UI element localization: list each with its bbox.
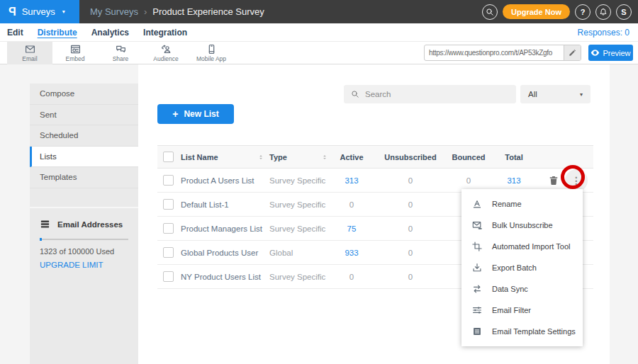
list-name-link[interactable]: Product Managers List [181,217,262,240]
list-actions-context-menu: RenameBulk UnsubscribeAutomated Import T… [461,189,583,346]
menu-item-label: Email Filter [492,306,531,314]
survey-url-field[interactable]: https://www.questionpro.com/t/AP53kZgfo [424,45,581,61]
toolbar-tab-share[interactable]: Share [98,42,143,64]
row-checkbox[interactable] [163,175,174,186]
row-checkbox[interactable] [163,271,174,282]
sort-icon[interactable] [321,146,328,168]
list-filter-dropdown[interactable]: All ▾ [520,85,591,103]
menu-item-export-batch[interactable]: Export Batch [461,257,583,278]
menu-item-label: Bulk Unsubscribe [492,221,553,229]
topbar-actions: Upgrade Now ? S [482,0,632,23]
mobile-app-icon [206,44,217,55]
sidebar-item-templates[interactable]: Templates [30,167,138,188]
menu-item-rename[interactable]: Rename [461,193,583,215]
distribute-toolbar: EmailEmbedShareAudienceMobile App https:… [0,42,638,64]
bell-icon [599,8,608,16]
email-filter-icon [472,305,482,315]
toolbar-tab-email[interactable]: Email [7,42,52,64]
email-template-settings-icon [472,326,482,336]
toolbar-tab-label: Mobile App [196,55,226,62]
menu-item-label: Rename [492,200,522,208]
breadcrumb: My Surveys › Product Experience Survey [90,6,264,17]
rename-icon [472,199,482,209]
new-list-button-label: New List [184,109,218,119]
bulk-unsubscribe-icon [472,220,482,230]
row-checkbox-cell [163,193,174,216]
column-header-type[interactable]: Type [269,146,287,168]
row-checkbox-cell [163,217,174,240]
sidebar-item-scheduled[interactable]: Scheduled [30,125,138,147]
menu-item-label: Export Batch [492,263,537,272]
unsubscribed-count: 0 [386,169,435,192]
active-count: 75 [337,217,366,240]
unsubscribed-count: 0 [386,193,435,216]
list-name-link[interactable]: Default List-1 [181,193,229,216]
list-name-link[interactable]: Global Products User [181,241,258,264]
list-search-box [344,85,516,103]
menu-item-data-sync[interactable]: Data Sync [461,278,583,300]
row-checkbox[interactable] [163,223,174,234]
responses-count[interactable]: Responses: 0 [578,28,629,38]
topbar: P Surveys ▾ My Surveys › Product Experie… [0,0,638,23]
product-switcher[interactable]: P Surveys ▾ [0,0,79,23]
toolbar-tab-label: Embed [66,55,85,62]
email-addresses-title: Email Addresses [57,220,123,229]
survey-url-text: https://www.questionpro.com/t/AP53kZgfo [425,45,564,60]
toolbar-tab-label: Share [113,55,129,62]
unsubscribed-count: 0 [386,217,435,240]
avatar[interactable]: S [616,4,632,20]
help-icon[interactable]: ? [575,4,591,20]
upgrade-now-button[interactable]: Upgrade Now [503,4,570,19]
select-all-checkbox[interactable] [163,152,174,162]
unsubscribed-count: 0 [386,241,435,264]
toolbar-tab-label: Email [22,55,37,62]
menu-item-bulk-unsubscribe[interactable]: Bulk Unsubscribe [461,215,583,236]
search-icon [351,90,359,98]
sort-icon[interactable] [257,146,264,168]
toolbar-tab-mobile-app[interactable]: Mobile App [189,42,234,64]
audience-icon [161,44,172,55]
sidebar-item-lists[interactable]: Lists [30,147,138,168]
nav-tab-distribute[interactable]: Distribute [38,28,77,38]
list-name-link[interactable]: Product A Users List [181,169,254,192]
sidebar-item-compose[interactable]: Compose [30,84,138,105]
list-type: Survey Specific [269,193,325,216]
active-count: 0 [337,265,366,288]
column-header-bounced: Bounced [454,146,483,168]
toolbar-tab-label: Audience [153,55,178,62]
row-checkbox-cell [163,265,174,288]
nav-tab-analytics[interactable]: Analytics [91,28,129,38]
caret-down-icon: ▾ [62,8,65,15]
search-icon[interactable] [482,4,498,20]
upgrade-limit-link[interactable]: UPGRADE LIMIT [40,261,128,269]
preview-button[interactable]: Preview [588,45,633,61]
edit-url-pencil-icon[interactable] [564,45,581,60]
column-header-list-name[interactable]: List Name [181,146,218,168]
list-type: Survey Specific [269,169,325,192]
email-usage-progressbar [40,239,128,240]
toolbar-tab-audience[interactable]: Audience [143,42,189,64]
column-header-unsubscribed: Unsubscribed [386,146,435,168]
email-usage-progress-fill [40,238,42,241]
unsubscribed-count: 0 [386,265,435,288]
row-checkbox-cell [163,241,174,264]
breadcrumb-parent[interactable]: My Surveys [90,6,138,17]
menu-item-automated-import-tool[interactable]: Automated Import Tool [461,236,583,257]
menu-item-label: Email Template Settings [492,327,576,336]
product-switcher-label: Surveys [22,6,55,17]
menu-item-email-filter[interactable]: Email Filter [461,300,583,321]
row-checkbox[interactable] [163,199,174,210]
sidebar-item-sent[interactable]: Sent [30,105,138,126]
nav-tab-integration[interactable]: Integration [143,28,187,38]
toolbar-tab-embed[interactable]: Embed [52,42,98,64]
caret-down-icon: ▾ [580,91,583,98]
menu-item-email-template-settings[interactable]: Email Template Settings [461,321,583,342]
active-count: 0 [337,193,366,216]
notifications-bell-icon[interactable] [595,4,611,20]
new-list-button[interactable]: + New List [157,104,234,124]
list-search-input[interactable] [365,90,509,98]
row-checkbox[interactable] [163,247,174,258]
nav-tab-edit[interactable]: Edit [7,28,23,38]
questionpro-email-lists-screen: P Surveys ▾ My Surveys › Product Experie… [0,0,638,364]
list-name-link[interactable]: NY Product Users List [181,265,261,288]
